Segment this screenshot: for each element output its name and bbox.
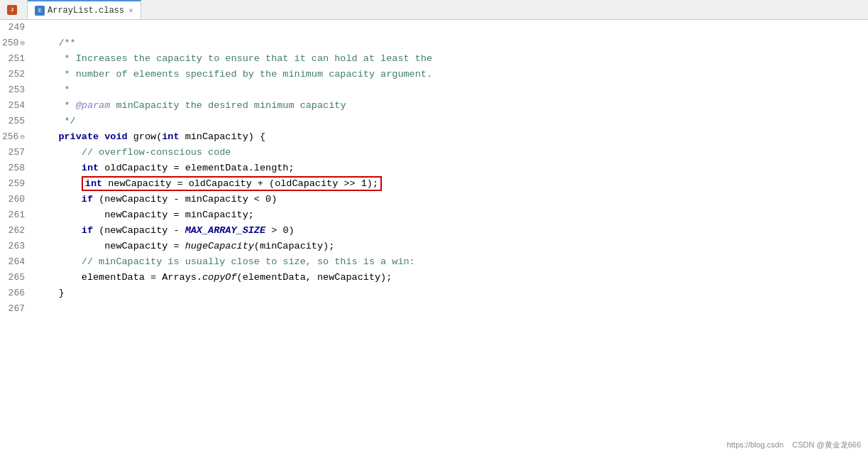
line-content-261: newCapacity = minCapacity; (32, 207, 868, 223)
code-line-266: 266 } (0, 286, 868, 301)
code-line-258: 258 int oldCapacity = elementData.length… (0, 161, 868, 176)
line-number-264: 264 (0, 254, 32, 270)
line-number-267: 267 (0, 301, 32, 317)
code-line-256: 256⊖ private void grow(int minCapacity) … (0, 129, 868, 145)
code-line-249: 249 (0, 20, 868, 36)
keyword-void: void (104, 131, 133, 142)
code-line-251: 251 * Increases the capacity to ensure t… (0, 51, 868, 67)
comment-span: /** (35, 38, 76, 48)
huge-capacity-call-b: (minCapacity); (254, 241, 334, 251)
code-editor: 249 250⊖ /** 251 * Increases the capacit… (0, 20, 868, 317)
method-grow: grow( (133, 131, 163, 142)
keyword-private: private (35, 131, 104, 142)
indent-259 (35, 178, 82, 189)
fold-marker-256[interactable]: ⊖ (20, 133, 25, 141)
line-number-257: 257 (0, 145, 32, 161)
code-line-250: 250⊖ /** (0, 36, 868, 51)
line-content-256: private void grow(int minCapacity) { (32, 129, 868, 145)
element-data-assign-a: elementData = Arrays. (35, 272, 202, 283)
fold-marker-250[interactable]: ⊖ (20, 39, 25, 48)
comment-span2: minCapacity the desired minimum capacity (110, 100, 346, 111)
code-line-263: 263 newCapacity = hugeCapacity(minCapaci… (0, 239, 868, 254)
comment-span: * Increases the capacity to ensure that … (35, 53, 432, 64)
line-content-265: elementData = Arrays.copyOf(elementData,… (32, 270, 868, 286)
line-number-254: 254 (0, 98, 32, 114)
indent-262 (35, 225, 82, 236)
line-content-254: * @param minCapacity the desired minimum… (32, 98, 868, 114)
line-content-262: if (newCapacity - MAX_ARRAY_SIZE > 0) (32, 223, 868, 239)
line-number-260: 260 (0, 192, 32, 207)
line-number-252: 252 (0, 67, 32, 82)
element-data-assign-b: (elementData, newCapacity); (237, 272, 392, 283)
line-number-253: 253 (0, 82, 32, 98)
tab-bar: J C ArrayList.class ✕ (0, 0, 868, 20)
line-number-266: 266 (0, 286, 32, 301)
keyword-if-262: if (82, 225, 99, 236)
param: minCapacity) { (185, 131, 265, 142)
inline-comment-257: // overflow-conscious code (35, 147, 231, 158)
param-tag: @param (76, 100, 111, 111)
code-line-254: 254 * @param minCapacity the desired min… (0, 98, 868, 114)
line-content-263: newCapacity = hugeCapacity(minCapacity); (32, 239, 868, 254)
line-number-251: 251 (0, 51, 32, 67)
line-number-265: 265 (0, 270, 32, 286)
line-content-264: // minCapacity is usually close to size,… (32, 254, 868, 270)
line-content-258: int oldCapacity = elementData.length; (32, 161, 868, 176)
line-content-257: // overflow-conscious code (32, 145, 868, 161)
code-line-252: 252 * number of elements specified by th… (0, 67, 868, 82)
comment-span: * (35, 85, 70, 95)
code-line-255: 255 */ (0, 114, 868, 129)
line-content-255: */ (32, 114, 868, 129)
if-condition-262a: (newCapacity - (99, 225, 185, 236)
old-capacity-assign: oldCapacity = elementData.length; (104, 163, 294, 173)
inline-comment-264: // minCapacity is usually close to size,… (35, 256, 415, 267)
closing-brace-266: } (35, 288, 65, 298)
comment-span: */ (35, 116, 76, 126)
code-line-259: 259 int newCapacity = oldCapacity + (old… (0, 176, 868, 192)
code-line-265: 265 elementData = Arrays.copyOf(elementD… (0, 270, 868, 286)
huge-capacity-method: hugeCapacity (185, 241, 254, 251)
class-file-icon: C (35, 6, 45, 16)
indent-260 (35, 194, 82, 205)
tab-close-indicator: ✕ (128, 6, 133, 15)
code-line-261: 261 newCapacity = minCapacity; (0, 207, 868, 223)
keyword-int-259: int (85, 178, 102, 189)
line-content-266: } (32, 286, 868, 301)
code-line-253: 253 * (0, 82, 868, 98)
tab-class[interactable]: C ArrayList.class ✕ (28, 0, 141, 19)
new-capacity-assign: newCapacity = oldCapacity + (oldCapacity… (102, 178, 378, 189)
line-content-259: int newCapacity = oldCapacity + (oldCapa… (32, 176, 868, 192)
code-line-267: 267 (0, 301, 868, 317)
line-content-251: * Increases the capacity to ensure that … (32, 51, 868, 67)
tab-class-label: ArrayList.class (48, 6, 124, 16)
keyword-if-260: if (82, 194, 99, 205)
comment-span: * (35, 100, 76, 111)
if-condition-260: (newCapacity - minCapacity < 0) (99, 194, 277, 205)
line-number-249: 249 (0, 20, 32, 36)
line-number-262: 262 (0, 223, 32, 239)
line-number-250: 250⊖ (0, 36, 32, 51)
line-number-261: 261 (0, 207, 32, 223)
tab-java[interactable]: J (0, 0, 28, 19)
highlighted-code-259: int newCapacity = oldCapacity + (oldCapa… (82, 176, 382, 191)
code-line-262: 262 if (newCapacity - MAX_ARRAY_SIZE > 0… (0, 223, 868, 239)
code-line-260: 260 if (newCapacity - minCapacity < 0) (0, 192, 868, 207)
line-content-260: if (newCapacity - minCapacity < 0) (32, 192, 868, 207)
line-content-250: /** (32, 36, 868, 51)
line-number-263: 263 (0, 239, 32, 254)
keyword-int: int (162, 131, 185, 142)
copy-of-method: copyOf (202, 272, 237, 283)
if-condition-262b: > 0) (265, 225, 295, 236)
comment-span: * number of elements specified by the mi… (35, 69, 432, 80)
keyword-int-258: int (82, 163, 104, 173)
max-array-size: MAX_ARRAY_SIZE (185, 225, 265, 236)
java-file-icon: J (7, 5, 17, 15)
line-number-256: 256⊖ (0, 129, 32, 145)
line-number-258: 258 (0, 161, 32, 176)
line-content-252: * number of elements specified by the mi… (32, 67, 868, 82)
new-capacity-min: newCapacity = minCapacity; (35, 210, 254, 220)
line-content-253: * (32, 82, 868, 98)
line-number-259: 259 (0, 176, 32, 192)
code-line-264: 264 // minCapacity is usually close to s… (0, 254, 868, 270)
huge-capacity-call-a: newCapacity = (35, 241, 185, 251)
